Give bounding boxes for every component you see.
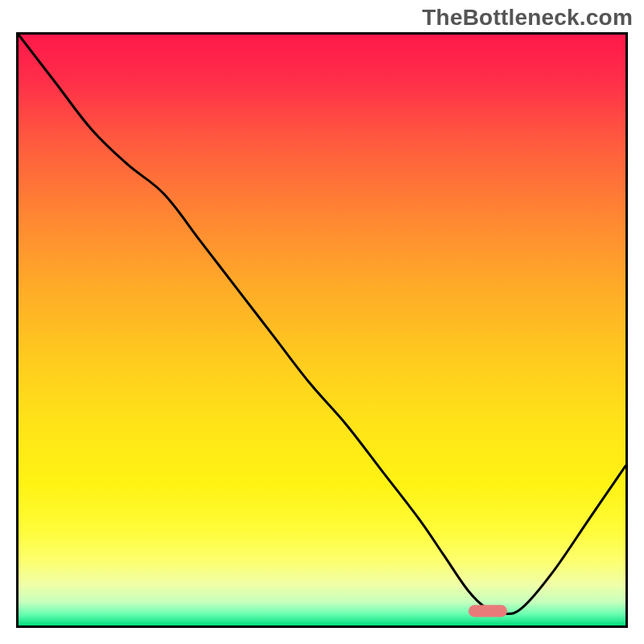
optimal-marker xyxy=(469,605,507,617)
watermark-text: TheBottleneck.com xyxy=(422,5,633,31)
bottleneck-curve xyxy=(19,35,625,625)
chart-container: TheBottleneck.com xyxy=(0,0,644,644)
curve-path xyxy=(19,35,625,613)
plot-area xyxy=(16,32,628,628)
